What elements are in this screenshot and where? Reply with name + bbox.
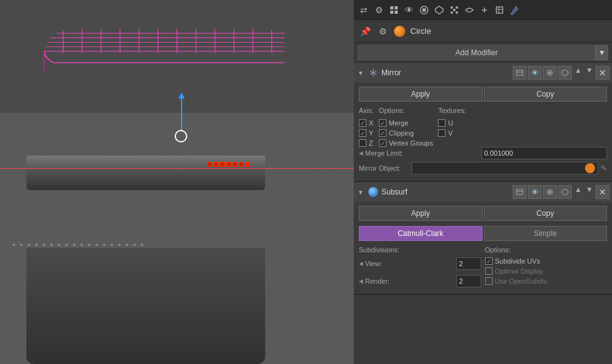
mirror-collapse-button[interactable]: ▼ bbox=[356, 68, 365, 77]
optimal-display-checkbox[interactable] bbox=[485, 267, 493, 275]
toolbar-icon-data[interactable] bbox=[493, 4, 506, 16]
toolbar-icon-render[interactable] bbox=[418, 4, 430, 16]
subsurf-modifier-card: ▼ Subsurf 👁 ▲ ▼ bbox=[354, 182, 612, 295]
mirror-apply-button[interactable]: Apply bbox=[359, 87, 483, 102]
subsurf-move-up[interactable]: ▲ bbox=[573, 185, 583, 199]
mirror-y-row: Y bbox=[359, 129, 374, 137]
mirror-visibility-button[interactable]: 👁 bbox=[528, 66, 542, 80]
toolbar-icon-arrow[interactable]: ⇄ bbox=[358, 4, 370, 16]
header-settings-icon[interactable]: ⚙ bbox=[376, 25, 389, 38]
subsurf-type-icon bbox=[368, 186, 379, 198]
mirror-object-row: Mirror Object: ✎ bbox=[359, 162, 607, 174]
mirror-v-label: V bbox=[448, 129, 452, 137]
subdivide-uvs-checkbox[interactable] bbox=[485, 257, 493, 265]
viewport-dark-top bbox=[0, 0, 354, 113]
render-value: 2 bbox=[459, 277, 463, 285]
svg-point-23 bbox=[422, 8, 426, 12]
panel-toolbar: ⇄ ⚙ 👁 bbox=[354, 0, 612, 20]
subsurf-apply-button[interactable]: Apply bbox=[359, 206, 483, 221]
mirror-z-row: Z bbox=[359, 139, 374, 147]
subsurf-remove-button[interactable]: ✕ bbox=[596, 185, 609, 199]
simple-tab[interactable]: Simple bbox=[484, 226, 608, 241]
mirror-render-button[interactable] bbox=[513, 66, 527, 80]
mirror-v-checkbox[interactable] bbox=[438, 129, 445, 137]
subdivisions-section: Subdivisions: ◀ View: 2 bbox=[359, 246, 481, 290]
subsurf-type-tabs: Catmull-Clark Simple bbox=[359, 226, 607, 241]
mirror-z-checkbox[interactable] bbox=[359, 139, 366, 147]
svg-rect-21 bbox=[395, 11, 398, 14]
mirror-edit-toggle[interactable] bbox=[558, 66, 572, 80]
mirror-options-label: Options: bbox=[379, 107, 433, 114]
render-input[interactable]: 2 bbox=[456, 275, 481, 287]
header-pin-icon[interactable]: 📌 bbox=[359, 25, 371, 38]
mirror-z-label: Z bbox=[369, 139, 373, 147]
mirror-modifier-actions: 👁 ▲ ▼ ✕ bbox=[513, 66, 609, 80]
subsurf-copy-button[interactable]: Copy bbox=[484, 206, 608, 221]
transform-gizmo[interactable] bbox=[172, 97, 190, 147]
mirror-remove-button[interactable]: ✕ bbox=[596, 66, 609, 80]
use-opensubdiv-row: Use OpenSubdiv bbox=[485, 277, 608, 285]
subsurf-collapse-button[interactable]: ▼ bbox=[356, 188, 365, 196]
view-tri[interactable]: ◀ bbox=[359, 260, 363, 267]
add-modifier-button[interactable]: Add Modifier bbox=[358, 45, 596, 60]
mirror-u-checkbox[interactable] bbox=[438, 119, 445, 127]
subsurf-modifier-actions: 👁 ▲ ▼ ✕ bbox=[513, 185, 609, 199]
mirror-move-down[interactable]: ▼ bbox=[584, 66, 594, 80]
mirror-u-row: U bbox=[438, 119, 466, 127]
merge-limit-row: ◀ Merge Limit: 0.001000 bbox=[359, 147, 607, 159]
toolbar-icon-settings[interactable]: ⚙ bbox=[373, 4, 385, 16]
svg-marker-34 bbox=[562, 70, 568, 76]
svg-rect-19 bbox=[395, 6, 398, 9]
toolbar-icon-physics[interactable] bbox=[463, 4, 476, 16]
merge-limit-tri[interactable]: ◀ bbox=[359, 150, 363, 156]
toolbar-icon-eye[interactable]: 👁 bbox=[403, 4, 415, 16]
viewport[interactable] bbox=[0, 0, 354, 364]
mirror-render-toggle[interactable] bbox=[543, 66, 557, 80]
svg-point-26 bbox=[456, 6, 458, 9]
gizmo-circle bbox=[175, 130, 187, 142]
toolbar-icon-mesh[interactable] bbox=[388, 4, 400, 16]
view-input[interactable]: 2 bbox=[456, 257, 481, 270]
mirror-object-input[interactable] bbox=[412, 162, 598, 174]
subsurf-blue-icon bbox=[368, 187, 378, 197]
add-modifier-row: Add Modifier ▼ bbox=[354, 43, 612, 63]
modifiers-scroll-area[interactable]: ▼ Mirror 👁 bbox=[354, 63, 612, 364]
view-row: ◀ View: 2 bbox=[359, 257, 481, 270]
render-tri[interactable]: ◀ bbox=[359, 278, 363, 284]
subdivide-uvs-label: Subdivide UVs bbox=[495, 257, 540, 265]
subsurf-modifier-name: Subsurf bbox=[381, 188, 510, 196]
mirror-merge-checkbox[interactable] bbox=[379, 119, 386, 127]
merge-limit-input[interactable]: 0.001000 bbox=[481, 147, 608, 159]
toolbar-icon-particles[interactable] bbox=[448, 4, 461, 16]
object-name: Circle bbox=[410, 26, 431, 36]
subsurf-edit-toggle[interactable] bbox=[558, 185, 572, 199]
subsurf-options-section: Subdivisions: ◀ View: 2 bbox=[359, 246, 607, 290]
subsurf-move-down[interactable]: ▼ bbox=[584, 185, 594, 199]
mirror-move-up[interactable]: ▲ bbox=[573, 66, 583, 80]
subsurf-options-label: Options: bbox=[485, 246, 608, 254]
mirror-object-edit-icon[interactable]: ✎ bbox=[601, 164, 607, 173]
subsurf-render-button[interactable] bbox=[513, 185, 527, 199]
toolbar-icon-modifier-wrench[interactable] bbox=[508, 4, 521, 16]
mirror-y-checkbox[interactable] bbox=[359, 129, 366, 137]
view-label: View: bbox=[365, 260, 396, 267]
toolbar-icon-object[interactable] bbox=[433, 4, 445, 16]
catmull-clark-tab[interactable]: Catmull-Clark bbox=[359, 226, 483, 241]
render-row: ◀ Render: 2 bbox=[359, 275, 481, 287]
mirror-axis-label: Axis: bbox=[359, 107, 374, 114]
subsurf-render-toggle[interactable] bbox=[543, 185, 557, 199]
add-modifier-dropdown[interactable]: ▼ bbox=[596, 45, 608, 60]
mirror-object-icon bbox=[585, 163, 595, 173]
mirror-x-checkbox[interactable] bbox=[359, 119, 366, 127]
red-selection-cubes bbox=[207, 162, 250, 167]
mirror-clipping-checkbox[interactable] bbox=[379, 129, 386, 137]
subsurf-visibility-button[interactable]: 👁 bbox=[528, 185, 542, 199]
mirror-merge-label: Merge bbox=[389, 119, 408, 127]
mirror-vg-checkbox[interactable] bbox=[379, 139, 386, 147]
svg-rect-35 bbox=[516, 190, 523, 195]
mirror-u-label: U bbox=[448, 119, 453, 127]
svg-point-28 bbox=[456, 11, 458, 14]
use-opensubdiv-checkbox[interactable] bbox=[485, 277, 493, 285]
mirror-copy-button[interactable]: Copy bbox=[484, 87, 608, 102]
toolbar-icon-constraints[interactable] bbox=[478, 4, 491, 16]
